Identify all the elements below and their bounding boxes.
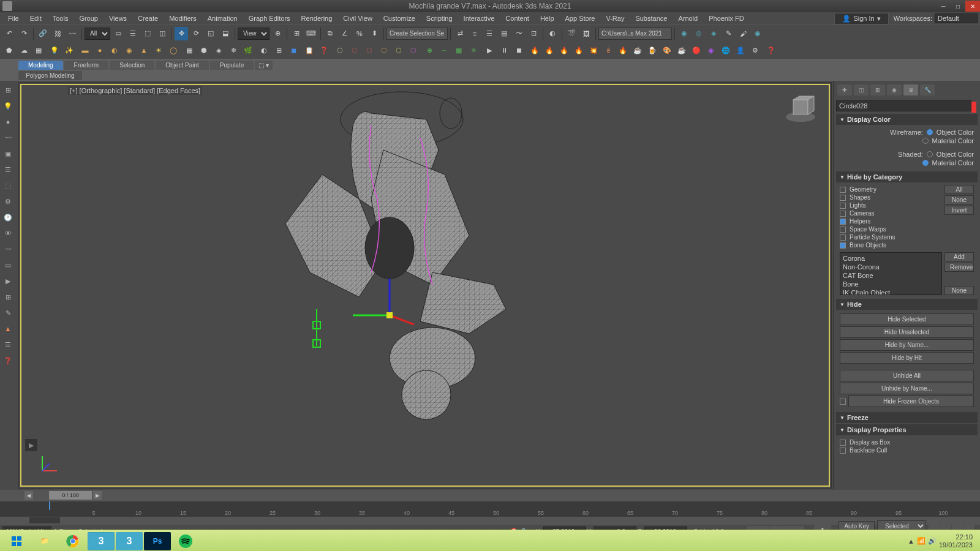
move-icon[interactable]: ✥ — [175, 27, 188, 40]
close-button[interactable]: ✕ — [965, 1, 980, 12]
tray-icon[interactable]: 🔊 — [928, 537, 937, 545]
display-tab-icon[interactable]: 🖥 — [903, 84, 918, 96]
minimize-button[interactable]: ─ — [936, 1, 951, 12]
selection-filter[interactable]: All — [85, 28, 110, 40]
lt-icon[interactable]: ▣ — [1, 147, 15, 160]
tool-icon[interactable]: ⊞ — [272, 43, 285, 57]
tool-icon[interactable]: ▦ — [32, 43, 45, 57]
menu-rendering[interactable]: Rendering — [296, 13, 338, 23]
spinner-snap-icon[interactable]: ⬍ — [368, 27, 381, 40]
workspaces-dropdown[interactable] — [935, 13, 978, 23]
lt-icon[interactable]: ☰ — [1, 338, 15, 351]
safe-frame-toggle[interactable]: ▶ — [25, 439, 37, 451]
utilities-tab-icon[interactable]: 🔧 — [920, 84, 935, 96]
menu-tools[interactable]: Tools — [47, 13, 74, 23]
lt-icon[interactable]: ● — [1, 115, 15, 129]
shapes-check[interactable] — [840, 195, 846, 201]
tool-icon[interactable]: ☀ — [152, 43, 165, 57]
3dsmax-icon[interactable]: 3 — [88, 532, 115, 550]
shaded-matcolor-radio[interactable] — [922, 160, 929, 166]
3dsmax-icon2[interactable]: 3 — [116, 532, 143, 550]
named-selection[interactable] — [386, 28, 448, 40]
material-editor-icon[interactable]: ◐ — [546, 27, 559, 40]
all-button[interactable]: All — [944, 185, 974, 194]
modify-tab-icon[interactable]: ◫ — [854, 84, 869, 96]
lt-icon[interactable]: ⬚ — [1, 179, 15, 192]
tool-icon[interactable]: ⬡ — [407, 43, 420, 57]
menu-group[interactable]: Group — [74, 13, 104, 23]
vray-icon-5[interactable]: 🖌 — [736, 27, 750, 40]
vray-icon-1[interactable]: ◉ — [677, 27, 691, 40]
phoenix-icon[interactable]: 🔥 — [616, 43, 630, 57]
freeze-header[interactable]: Freeze — [836, 412, 978, 423]
mesh-object[interactable] — [249, 89, 543, 432]
menu-help[interactable]: Help — [535, 13, 560, 23]
lt-icon[interactable]: ▲ — [1, 322, 15, 335]
lt-icon[interactable]: ✎ — [1, 306, 15, 320]
display-color-header[interactable]: Display Color — [836, 114, 978, 125]
particles-check[interactable] — [840, 234, 846, 241]
tool-icon[interactable]: ☁ — [17, 43, 31, 57]
hide-header[interactable]: Hide — [836, 299, 978, 310]
placement-icon[interactable]: ⬓ — [219, 27, 232, 40]
invert-button[interactable]: Invert — [944, 206, 974, 215]
tool-icon[interactable]: ⬡ — [392, 43, 405, 57]
menu-vray[interactable]: V-Ray — [600, 13, 630, 23]
tool-icon[interactable]: ◼ — [287, 43, 300, 57]
menu-views[interactable]: Views — [104, 13, 132, 23]
tray-icon[interactable]: ▲ — [908, 538, 914, 545]
tool-icon[interactable]: ◯ — [167, 43, 180, 57]
add-button[interactable]: Add — [944, 252, 974, 261]
unlink-icon[interactable]: ⛓ — [51, 27, 64, 40]
lt-icon[interactable]: ⊞ — [1, 83, 15, 97]
curve-editor-icon[interactable]: 〜 — [512, 27, 526, 40]
mirror-icon[interactable]: ⇄ — [453, 27, 467, 40]
clock-time[interactable]: 22:10 — [939, 533, 973, 541]
time-slider[interactable]: ◀ 0 / 100 ▶ — [0, 490, 980, 501]
select-icon[interactable]: ▭ — [111, 27, 125, 40]
tool-icon[interactable]: 📋 — [303, 43, 316, 57]
tool-icon[interactable]: ◈ — [212, 43, 225, 57]
tool-icon[interactable]: ⬡ — [333, 43, 347, 57]
bind-icon[interactable]: 〰 — [66, 27, 79, 40]
spotify-icon[interactable] — [172, 532, 199, 550]
tray-icon[interactable]: 📶 — [917, 537, 925, 545]
keyboard-icon[interactable]: ⌨ — [304, 27, 318, 40]
lt-icon[interactable]: 👁 — [1, 227, 15, 240]
toggle-ribbon-icon[interactable]: ▤ — [497, 27, 511, 40]
helpers-check[interactable] — [840, 219, 846, 225]
menu-create[interactable]: Create — [132, 13, 164, 23]
remove-button[interactable]: Remove — [944, 263, 974, 272]
wireframe-objcolor-radio[interactable] — [927, 129, 933, 135]
lights-check[interactable] — [840, 203, 846, 209]
menu-civil[interactable]: Civil View — [337, 13, 377, 23]
menu-edit[interactable]: Edit — [24, 13, 47, 23]
tool-icon[interactable]: ✨ — [62, 43, 76, 57]
hide-category-header[interactable]: Hide by Category — [836, 171, 978, 182]
menu-file[interactable]: File — [2, 13, 24, 23]
display-props-header[interactable]: Display Properties — [836, 424, 978, 435]
clock-date[interactable]: 19/01/2023 — [939, 541, 973, 549]
tab-selection[interactable]: Selection — [110, 61, 154, 70]
lt-icon[interactable]: ▭ — [1, 258, 15, 272]
tool-icon[interactable]: 🌿 — [241, 43, 255, 57]
hide-frozen-button[interactable]: Hide Frozen Objects — [848, 395, 974, 407]
phoenix-icon[interactable]: 🔥 — [572, 43, 586, 57]
stop-icon[interactable]: ⏹ — [512, 43, 526, 57]
render-frame-icon[interactable]: 🖼 — [579, 27, 593, 40]
lt-icon[interactable]: ☰ — [1, 163, 15, 176]
phoenix-icon[interactable]: 🔥 — [543, 43, 556, 57]
phoenix-icon[interactable]: 🔴 — [690, 43, 703, 57]
phoenix-icon[interactable]: 🕯 — [601, 43, 615, 57]
phoenix-icon[interactable]: 🌐 — [719, 43, 733, 57]
align-icon[interactable]: ≡ — [468, 27, 481, 40]
hierarchy-tab-icon[interactable]: ⊞ — [870, 84, 885, 96]
hide-frozen-check[interactable] — [840, 399, 846, 405]
wireframe-matcolor-radio[interactable] — [922, 138, 929, 144]
phoenix-icon[interactable]: 💥 — [587, 43, 600, 57]
lt-icon[interactable]: ⚙ — [1, 195, 15, 208]
ribbon-toggle[interactable]: ⬚ ▾ — [255, 61, 273, 70]
photoshop-icon[interactable]: Ps — [144, 532, 171, 550]
link-icon[interactable]: 🔗 — [36, 27, 50, 40]
tool-icon[interactable]: ▲ — [137, 43, 151, 57]
